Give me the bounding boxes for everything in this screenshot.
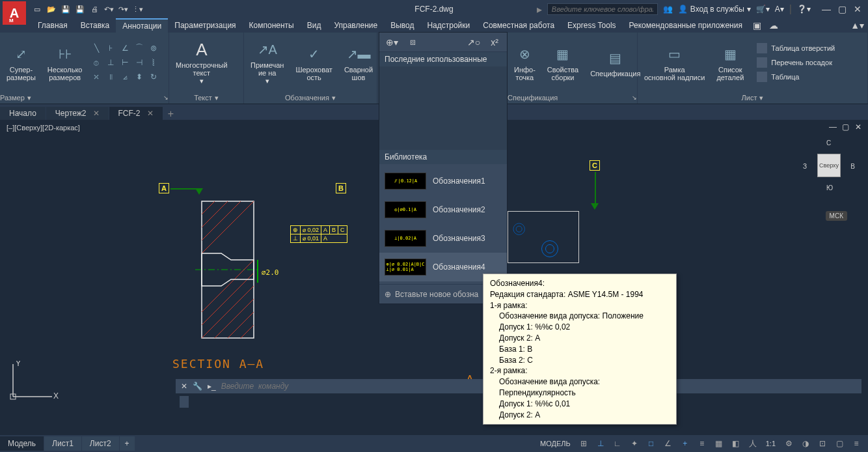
filetab-start[interactable]: Начало [0,107,46,120]
dim-ordinate-icon[interactable]: ⊥ [104,56,117,69]
undo-icon[interactable]: ↶▾ [103,3,115,15]
status-clean-icon[interactable]: ▢ [832,437,847,450]
status-otrack-icon[interactable]: ∠ [660,437,676,450]
save-icon[interactable]: 💾 [60,3,72,15]
hole-table-button[interactable]: Таблица отверстий [754,42,837,55]
close-icon[interactable]: ✕ [93,109,100,118]
status-grid-icon[interactable]: ⊞ [576,437,591,450]
gallery-target-icon[interactable]: ↗○ [467,35,481,49]
view-label[interactable]: [–][Сверху][2D-каркас] [7,124,80,132]
help-icon[interactable]: ❔▾ [797,5,811,14]
status-annoscale-icon[interactable]: 人 [745,437,761,450]
viewport-minimize-icon[interactable]: — [829,122,838,132]
status-transparency-icon[interactable]: ▦ [711,437,727,450]
share-icon[interactable]: 👥 [663,5,673,14]
bom-button[interactable]: ▤ Спецификация [586,46,644,79]
exchange-icon[interactable]: 🛒▾ [756,5,770,14]
tab-collab[interactable]: Совместная работа [476,18,561,33]
gallery-edge-icon[interactable]: x² [487,35,502,49]
viewport-maximize-icon[interactable]: ▢ [842,122,851,132]
weld-button[interactable]: ↗▬ Сварной шов [340,42,377,83]
autodesk-app-icon[interactable]: A▾ [775,5,784,14]
dim-continue-icon[interactable]: ⊣ [133,56,146,69]
tab-annotations[interactable]: Аннотации [116,18,168,33]
layout-tab-sheet1[interactable]: Лист1 [44,436,81,451]
dim-oblique-icon[interactable]: ⦞ [118,70,131,83]
dim-baseline-icon[interactable]: ⊢ [118,56,131,69]
infopoint-button[interactable]: ⊗ Инфо- точка [510,42,539,83]
status-model-label[interactable]: МОДЕЛЬ [536,440,575,447]
open-icon[interactable]: 📂 [46,3,57,15]
status-gear-icon[interactable]: ⚙ [781,437,796,450]
status-ortho-icon[interactable]: ∟ [610,437,625,450]
dim-radius-icon[interactable]: ⊚ [147,42,160,55]
tab-addins[interactable]: Надстройки [420,18,476,33]
dim-arc-icon[interactable]: ⌒ [133,42,146,55]
mtext-button[interactable]: A Многострочный текст ▾ [172,38,232,87]
tab-express[interactable]: Express Tools [561,18,622,33]
asm-props-button[interactable]: ▦ Свойства сборки [543,42,582,83]
tab-featured-icon[interactable]: ▣ [749,18,765,33]
viewcube-face[interactable]: Сверху [817,154,841,177]
close-icon[interactable]: ✕ [147,109,154,118]
gallery-item-2[interactable]: ◎|⌀0.1|A Обозначения2 [379,195,507,224]
new-icon[interactable]: ▭ [31,3,43,15]
status-dyn-icon[interactable]: + [677,437,693,450]
ribbon-collapse-icon[interactable]: ▲▾ [847,18,868,33]
hscroll-handle[interactable] [180,396,189,408]
dim-edit-icon[interactable]: ⬍ [133,70,146,83]
fit-table-button[interactable]: Перечень посадок [754,56,837,69]
titleblock-button[interactable]: ▭ Рамка основной надписи [640,42,709,83]
multi-dim-button[interactable]: ⊦⊦ Несколько размеров [44,42,87,83]
saveas-icon[interactable]: 💾 [74,3,86,15]
dim-jog-icon[interactable]: ⦚ [147,56,160,69]
maximize-button[interactable]: ▢ [837,4,847,14]
status-polar-icon[interactable]: ✦ [627,437,642,450]
dim-diameter-icon[interactable]: ⦶ [90,56,103,69]
minimize-button[interactable]: — [821,4,832,14]
partslist-button[interactable]: ▦ Список деталей [712,42,748,83]
gallery-item-1[interactable]: ⫽|0.12|A Обозначения1 [379,167,507,195]
dim-linear-icon[interactable]: ╲ [90,42,103,55]
tab-cloud-icon[interactable]: ☁ [765,18,782,33]
filetab-drawing2[interactable]: Чертеж2✕ [46,107,109,120]
layout-tab-add[interactable]: + [120,436,135,451]
table-button[interactable]: Таблица [754,70,837,83]
status-snap-icon[interactable]: ⊥ [593,437,608,450]
login-link[interactable]: 👤 Вход в службы▾ [678,5,751,14]
note-button[interactable]: ↗A Примечан ие на ▾ [247,38,288,87]
tab-manage[interactable]: Управление [327,18,384,33]
layout-tab-model[interactable]: Модель [0,436,44,451]
app-icon[interactable]: A [3,1,26,25]
status-customize-icon[interactable]: ≡ [848,437,864,450]
status-osnap-icon[interactable]: □ [644,437,659,450]
tab-output[interactable]: Вывод [384,18,420,33]
search-input[interactable] [547,3,658,15]
plot-icon[interactable]: 🖨 [88,3,100,15]
close-button[interactable]: ✕ [852,4,863,14]
tab-components[interactable]: Компоненты [243,18,301,33]
viewcube[interactable]: С Ю В З Сверху [803,139,855,191]
tab-apps[interactable]: Рекомендованные приложения [623,18,749,33]
tab-home[interactable]: Главная [31,18,74,33]
tab-insert[interactable]: Вставка [74,18,116,33]
dim-aligned-icon[interactable]: ⊦ [104,42,117,55]
tab-view[interactable]: Вид [301,18,328,33]
wcs-badge[interactable]: МСК [826,211,847,221]
status-lweight-icon[interactable]: ≡ [694,437,710,450]
cmd-close-icon[interactable]: ✕ [181,382,187,391]
dim-break-icon[interactable]: ⤫ [90,70,103,83]
dim-angular-icon[interactable]: ∠ [118,42,131,55]
status-isolate-icon[interactable]: ◑ [798,437,813,450]
filetab-fcf2[interactable]: FCF-2✕ [109,107,163,120]
super-dim-button[interactable]: ⤢ Супер- размеры [3,42,40,83]
cmd-wrench-icon[interactable]: 🔧 [193,382,202,391]
tab-parametric[interactable]: Параметризация [168,18,242,33]
filetab-add-button[interactable]: + [163,108,179,120]
viewport-close-icon[interactable]: ✕ [855,122,864,132]
layout-tab-sheet2[interactable]: Лист2 [82,436,119,451]
dim-space-icon[interactable]: ⫴ [104,70,117,83]
redo-icon[interactable]: ↷▾ [117,3,129,15]
gallery-fcf-icon[interactable]: ⊕▾ [385,35,399,49]
roughness-button[interactable]: ✓ Шероховат ость [292,42,336,83]
